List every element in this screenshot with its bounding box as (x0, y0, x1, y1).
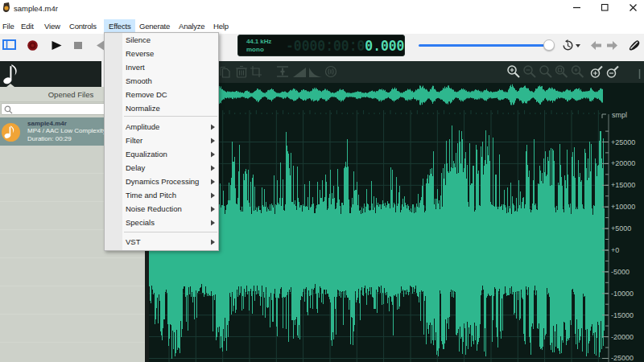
svg-text:+20000: +20000 (611, 159, 635, 167)
svg-text:smpl: smpl (612, 111, 627, 119)
svg-text:+15000: +15000 (611, 181, 635, 189)
svg-text:+25000: +25000 (611, 138, 635, 146)
svg-text:-20000: -20000 (611, 333, 634, 341)
svg-text:-10000: -10000 (611, 290, 634, 298)
svg-text:+5000: +5000 (611, 224, 631, 232)
svg-text:-5000: -5000 (611, 268, 630, 276)
svg-text:-25000: -25000 (611, 354, 634, 362)
svg-text:+10000: +10000 (611, 203, 635, 211)
svg-text:-15000: -15000 (611, 311, 634, 319)
svg-text:+0: +0 (611, 246, 619, 254)
